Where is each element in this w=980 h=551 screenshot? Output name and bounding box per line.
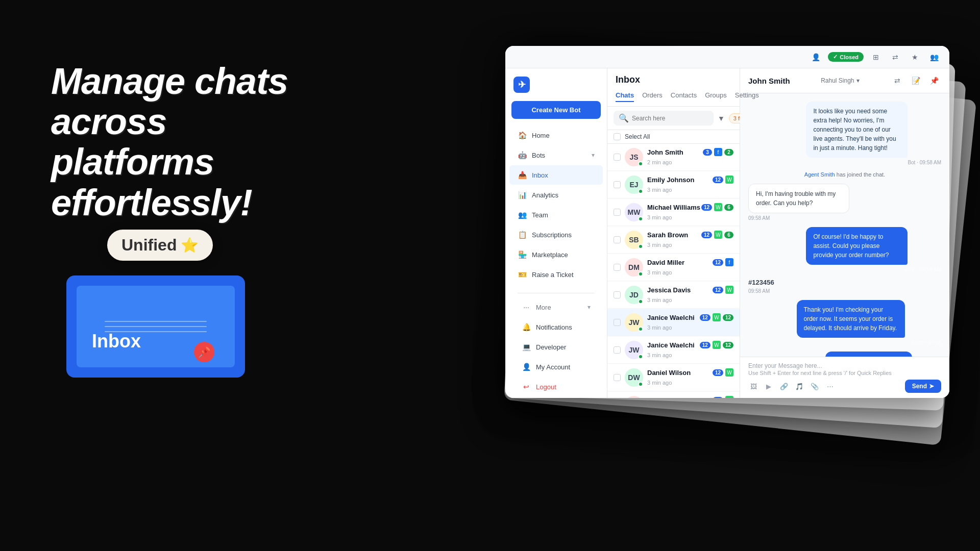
chat-header: John Smith Rahul Singh ▾ ⇄ 📝 📌 xyxy=(740,68,949,93)
chat-name: Sarah Brown xyxy=(647,231,688,239)
link-tool-icon[interactable]: 🔗 xyxy=(779,381,789,391)
avatar-sarah-brown: SB xyxy=(625,231,643,249)
search-box[interactable]: 🔍 xyxy=(614,111,714,126)
chat-item-emily-johnson[interactable]: EJ Emily Johnson 12 W 3 min a xyxy=(607,171,740,198)
chat-checkbox[interactable] xyxy=(614,319,621,326)
more-tools-icon[interactable]: ⋯ xyxy=(825,381,835,391)
status-dot xyxy=(638,161,643,166)
message-bot: It looks like you need some extra help! … xyxy=(806,102,941,165)
sidebar-item-logout[interactable]: ↩ Logout xyxy=(513,377,599,396)
sidebar-item-marketplace[interactable]: 🏪 Marketplace xyxy=(509,245,603,264)
filter-icon[interactable]: ▼ xyxy=(718,111,725,126)
chat-checkbox[interactable] xyxy=(614,154,621,161)
avatar-ashley-taylor: AT xyxy=(625,396,643,398)
status-dot xyxy=(638,327,643,332)
file-tool-icon[interactable]: 📎 xyxy=(810,381,820,391)
chat-checkbox[interactable] xyxy=(614,374,621,381)
search-input[interactable] xyxy=(632,115,708,122)
message-agent-1: Of course! I'd be happy to assist. Could… xyxy=(806,227,941,272)
filters-bar: 🔍 ▼ 3 filters applied xyxy=(607,107,740,130)
create-new-bot-button[interactable]: Create New Bot xyxy=(511,101,601,119)
chat-meta: 12 W 6 xyxy=(701,231,733,239)
agent-selector[interactable]: Rahul Singh ▾ xyxy=(821,77,859,84)
chat-info: Janice Waelchi 12 W 12 3 min ago xyxy=(647,313,733,332)
chat-name-row: Janice Waelchi 12 W 12 xyxy=(647,341,733,349)
sidebar-item-subscriptions[interactable]: 📋 Subscriptions xyxy=(509,225,603,244)
badge-count: 12 xyxy=(713,397,723,398)
sidebar-item-more[interactable]: ··· More ▾ xyxy=(513,297,599,317)
star-icon-btn[interactable]: ★ xyxy=(908,50,922,64)
user-label: 09:58 AM xyxy=(748,215,884,221)
image-tool-icon[interactable]: 🖼 xyxy=(748,381,758,391)
chat-time: 3 min ago xyxy=(647,380,672,386)
chat-name: Janice Waelchi xyxy=(647,314,695,321)
bot-label: Bot · 09:58 AM xyxy=(806,160,941,165)
chat-name: Janice Waelchi xyxy=(647,341,695,349)
sidebar-item-raise-ticket[interactable]: 🎫 Raise a Ticket xyxy=(509,265,603,284)
tab-settings[interactable]: Settings xyxy=(735,89,759,102)
sidebar-bottom: ··· More ▾ 🔔 Notifications 💻 Developer 👤 xyxy=(505,285,607,398)
sidebar-item-team[interactable]: 👥 Team xyxy=(509,205,603,224)
order-number-message: #123456 09:58 AM xyxy=(748,279,774,294)
swap-icon[interactable]: ⇄ xyxy=(888,50,902,64)
audio-tool-icon[interactable]: 🎵 xyxy=(794,381,804,391)
logo-icon: ✈ xyxy=(513,77,530,93)
chat-checkbox[interactable] xyxy=(614,291,621,298)
chat-checkbox[interactable] xyxy=(614,346,621,354)
chat-meta: 12 W xyxy=(713,368,733,377)
sidebar-item-analytics[interactable]: 📊 Analytics xyxy=(509,185,603,205)
chat-name: Ashley Taylor xyxy=(647,396,690,398)
chat-checkbox[interactable] xyxy=(614,264,621,271)
agent-bubble-1: Of course! I'd be happy to assist. Could… xyxy=(806,227,907,265)
translate-icon[interactable]: ⇄ xyxy=(890,73,904,88)
sidebar-item-notifications[interactable]: 🔔 Notifications xyxy=(513,317,599,337)
chat-checkbox[interactable] xyxy=(614,181,621,188)
chat-header-contact: John Smith xyxy=(748,77,790,85)
tab-contacts[interactable]: Contacts xyxy=(671,89,697,102)
send-button[interactable]: Send ➤ xyxy=(905,380,941,393)
chat-item-michael-williams[interactable]: MW Michael Williams 12 W 6 xyxy=(607,199,740,226)
go-online-toggle[interactable]: Go Online xyxy=(509,397,603,398)
tab-orders[interactable]: Orders xyxy=(642,89,663,102)
select-all-checkbox[interactable] xyxy=(614,133,621,140)
hero-title: Manage chats across platforms effortless… xyxy=(51,61,337,223)
avatar-janice-waelchi: JW xyxy=(625,313,643,332)
chat-checkbox[interactable] xyxy=(614,236,621,243)
tab-chats[interactable]: Chats xyxy=(616,89,634,102)
chat-item-jessica-davis[interactable]: JD Jessica Davis 12 W 3 min a xyxy=(607,282,740,309)
status-dot xyxy=(638,189,643,194)
sidebar-item-inbox[interactable]: 📥 Inbox xyxy=(509,165,603,185)
star-icon: ⭐ xyxy=(181,237,199,254)
sidebar: ✈ Create New Bot 🏠 Home 🤖 Bots ▾ xyxy=(505,68,607,398)
agent-link[interactable]: Agent Smith xyxy=(804,171,835,178)
video-tool-icon[interactable]: ▶ xyxy=(764,381,774,391)
chat-item-sarah-brown[interactable]: SB Sarah Brown 12 W 6 xyxy=(607,227,740,254)
sidebar-item-home[interactable]: 🏠 Home xyxy=(509,126,603,145)
chat-item-daniel-wilson[interactable]: DW Daniel Wilson 12 W 3 min a xyxy=(607,364,740,391)
note-icon[interactable]: 📝 xyxy=(909,73,923,88)
user-icon[interactable]: 👤 xyxy=(808,50,823,64)
chat-window: John Smith Rahul Singh ▾ ⇄ 📝 📌 xyxy=(740,68,949,398)
chat-checkbox[interactable] xyxy=(614,209,621,216)
chat-list: JS John Smith 3 f 2 xyxy=(607,144,740,398)
chat-info: Janice Waelchi 12 W 12 3 min ago xyxy=(647,341,733,359)
chat-item-ashley-taylor[interactable]: AT Ashley Taylor 12 W 3 min a xyxy=(607,392,740,398)
group-icon[interactable]: 👥 xyxy=(927,50,941,64)
tab-groups[interactable]: Groups xyxy=(705,89,727,102)
status-dot xyxy=(638,354,643,359)
chat-item-john-smith[interactable]: JS John Smith 3 f 2 xyxy=(607,144,740,171)
envelope-back: Inbox 📌 xyxy=(66,276,245,378)
chat-item-janice-waelchi-active[interactable]: JW Janice Waelchi 12 W 12 xyxy=(607,309,740,336)
chat-item-janice-waelchi-2[interactable]: JW Janice Waelchi 12 W 12 xyxy=(607,337,740,364)
chat-info: Jessica Davis 12 W 3 min ago xyxy=(647,286,733,304)
sidebar-item-developer[interactable]: 💻 Developer xyxy=(513,337,599,357)
sidebar-item-bots[interactable]: 🤖 Bots ▾ xyxy=(509,145,603,165)
chat-item-david-miller[interactable]: DM David Miller 12 f 3 min ag xyxy=(607,254,740,281)
user-bubble: Hi, I'm having trouble with my order. Ca… xyxy=(748,184,849,213)
search-icon: 🔍 xyxy=(619,113,629,123)
sidebar-item-account[interactable]: 👤 My Account xyxy=(513,357,599,377)
avatar-jessica-davis: JD xyxy=(625,286,643,304)
status-dot xyxy=(638,382,643,387)
pin-icon[interactable]: 📌 xyxy=(927,73,941,88)
grid-icon[interactable]: ⊞ xyxy=(869,50,883,64)
